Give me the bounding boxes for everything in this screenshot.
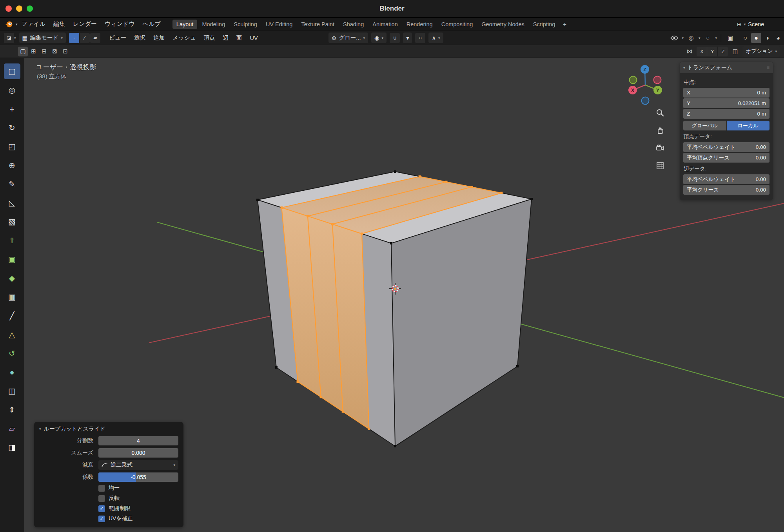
tool-scale-button[interactable]: ◰ bbox=[4, 139, 20, 154]
visibility-eye-icon[interactable] bbox=[669, 33, 679, 43]
correct-uvs-checkbox[interactable]: ✓ bbox=[98, 516, 105, 522]
panel-menu-icon[interactable]: ≡ bbox=[767, 65, 769, 71]
menu-file[interactable]: ファイル bbox=[18, 20, 49, 28]
correct-uvs-checkbox-row[interactable]: ✓ UVを補正 bbox=[98, 515, 178, 522]
xray-toggle[interactable]: ▣ bbox=[725, 33, 735, 43]
workspace-tab-compositing[interactable]: Compositing bbox=[437, 20, 477, 29]
orientation-dropdown[interactable]: ⊕ グロー... ▾ bbox=[328, 33, 368, 43]
mode-dropdown[interactable]: ▦ 編集モード ▾ bbox=[19, 33, 66, 43]
show-gizmo-toggle[interactable]: ◎ bbox=[686, 33, 696, 43]
workspace-tab-shading[interactable]: Shading bbox=[339, 20, 368, 29]
pivot-dropdown[interactable]: ◉ ▾ bbox=[371, 33, 387, 43]
select-intersect-toggle[interactable]: ⊡ bbox=[60, 47, 70, 56]
menu-help[interactable]: ヘルプ bbox=[139, 20, 165, 28]
menu-window[interactable]: ウィンドウ bbox=[101, 20, 139, 28]
menu-mesh[interactable]: メッシュ bbox=[169, 34, 200, 42]
shading-material-toggle[interactable]: ◑ bbox=[762, 33, 772, 43]
edge-select-toggle[interactable]: ∕ bbox=[80, 33, 90, 43]
tool-measure-button[interactable]: ◺ bbox=[4, 195, 20, 211]
local-space-button[interactable]: ローカル bbox=[727, 121, 770, 130]
show-overlays-toggle[interactable]: ◌ bbox=[702, 33, 713, 43]
mean-crease-field[interactable]: 平均クリース 0.00 bbox=[683, 185, 769, 195]
snap-to-dropdown[interactable]: ▾ bbox=[403, 33, 412, 43]
blender-logo-icon[interactable] bbox=[4, 19, 14, 29]
tool-shrink-fatten-button[interactable]: ⇕ bbox=[4, 402, 20, 418]
select-set-toggle[interactable]: ▢ bbox=[18, 47, 28, 56]
tool-add-cube-button[interactable]: ▧ bbox=[4, 214, 20, 230]
flipped-checkbox-row[interactable]: 反転 bbox=[98, 495, 178, 502]
menu-view[interactable]: ビュー bbox=[105, 34, 130, 42]
menu-face[interactable]: 面 bbox=[232, 34, 246, 42]
shading-solid-toggle[interactable]: ● bbox=[751, 33, 761, 43]
mirror-icon[interactable]: ◫ bbox=[730, 47, 740, 56]
workspace-tab-modeling[interactable]: Modeling bbox=[198, 20, 229, 29]
tool-extrude-region-button[interactable]: ⇧ bbox=[4, 233, 20, 248]
workspace-tab-uv-editing[interactable]: UV Editing bbox=[262, 20, 297, 29]
workspace-tab-sculpting[interactable]: Sculpting bbox=[230, 20, 261, 29]
options-dropdown[interactable]: オプション ▾ bbox=[742, 46, 780, 57]
median-y-field[interactable]: Y 0.022051 m bbox=[683, 98, 769, 108]
face-select-toggle[interactable]: ▰ bbox=[90, 33, 100, 43]
scene-selector[interactable]: ⊞ ▾ Scene bbox=[737, 21, 784, 27]
clamp-checkbox-row[interactable]: ✓ 範囲制限 bbox=[98, 505, 178, 512]
tool-rotate-button[interactable]: ↻ bbox=[4, 120, 20, 136]
factor-slider[interactable]: -0.055 bbox=[98, 472, 178, 482]
workspace-tab-animation[interactable]: Animation bbox=[368, 20, 401, 29]
tool-smooth-button[interactable]: ● bbox=[4, 364, 20, 380]
tool-bevel-button[interactable]: ◆ bbox=[4, 270, 20, 286]
median-z-field[interactable]: Z 0 m bbox=[683, 109, 769, 119]
navigation-gizmo[interactable]: Z X Y bbox=[622, 62, 669, 109]
shading-wireframe-toggle[interactable]: ○ bbox=[740, 33, 750, 43]
cuts-input[interactable]: 4 bbox=[98, 436, 178, 445]
select-extend-toggle[interactable]: ⊞ bbox=[29, 47, 38, 56]
mirror-x-toggle[interactable]: X bbox=[697, 47, 707, 56]
mirror-y-toggle[interactable]: Y bbox=[707, 47, 717, 56]
tool-poly-build-button[interactable]: △ bbox=[4, 327, 20, 342]
operator-panel-header[interactable]: ▾ ループカットとスライド bbox=[39, 425, 178, 432]
workspace-tab-texture-paint[interactable]: Texture Paint bbox=[297, 20, 338, 29]
falloff-select[interactable]: 逆二乗式 ▾ bbox=[98, 460, 178, 470]
symmetry-icon[interactable]: ⋈ bbox=[684, 47, 694, 56]
transform-panel-header[interactable]: ▾ トランスフォーム ≡ bbox=[680, 62, 773, 73]
add-workspace-button[interactable]: + bbox=[560, 19, 570, 29]
tool-knife-button[interactable]: ╱ bbox=[4, 308, 20, 324]
select-invert-toggle[interactable]: ⊠ bbox=[50, 47, 60, 56]
tool-annotate-button[interactable]: ✎ bbox=[4, 176, 20, 192]
menu-uv[interactable]: UV bbox=[246, 35, 262, 41]
pan-control[interactable] bbox=[654, 124, 666, 137]
menu-edge[interactable]: 辺 bbox=[219, 34, 233, 42]
tool-spin-button[interactable]: ↺ bbox=[4, 346, 20, 361]
snap-magnet-toggle[interactable]: ∪ bbox=[390, 33, 400, 43]
tool-cursor-button[interactable]: ◎ bbox=[4, 82, 20, 98]
falloff-dropdown[interactable]: ∧ ▾ bbox=[428, 33, 443, 43]
vertex-select-toggle[interactable]: ∙ bbox=[69, 33, 79, 43]
menu-edit[interactable]: 編集 bbox=[49, 20, 69, 28]
shading-rendered-toggle[interactable]: ◕ bbox=[773, 33, 783, 43]
mean-vertex-crease-field[interactable]: 平均頂点クリース 0.00 bbox=[683, 153, 769, 163]
mirror-z-toggle[interactable]: Z bbox=[718, 47, 728, 56]
menu-add[interactable]: 追加 bbox=[149, 34, 169, 42]
even-checkbox-row[interactable]: 均一 bbox=[98, 485, 178, 492]
tool-edge-slide-button[interactable]: ◫ bbox=[4, 383, 20, 399]
tool-rip-region-button[interactable]: ◨ bbox=[4, 440, 20, 455]
menu-vertex[interactable]: 頂点 bbox=[200, 34, 219, 42]
menu-select[interactable]: 選択 bbox=[130, 34, 149, 42]
workspace-tab-layout[interactable]: Layout bbox=[172, 20, 198, 29]
camera-view-control[interactable] bbox=[654, 142, 666, 154]
editor-type-icon[interactable]: ◪ bbox=[4, 33, 14, 43]
mean-bevel-weight-vertex-field[interactable]: 平均ベベルウェイト 0.00 bbox=[683, 142, 769, 152]
median-x-field[interactable]: X 0 m bbox=[683, 88, 769, 98]
tool-inset-faces-button[interactable]: ▣ bbox=[4, 252, 20, 267]
global-space-button[interactable]: グローバル bbox=[683, 121, 726, 130]
workspace-tab-geometry-nodes[interactable]: Geometry Nodes bbox=[477, 20, 528, 29]
tool-shear-button[interactable]: ▱ bbox=[4, 421, 20, 436]
flipped-checkbox[interactable] bbox=[98, 495, 105, 502]
select-subtract-toggle[interactable]: ⊟ bbox=[39, 47, 49, 56]
ortho-perspective-control[interactable] bbox=[654, 159, 666, 172]
even-checkbox[interactable] bbox=[98, 485, 105, 492]
tool-select-box-button[interactable]: ▢ bbox=[4, 63, 20, 79]
workspace-tab-rendering[interactable]: Rendering bbox=[403, 20, 437, 29]
menu-render[interactable]: レンダー bbox=[69, 20, 101, 28]
tool-loop-cut-button[interactable]: ▥ bbox=[4, 289, 20, 305]
clamp-checkbox[interactable]: ✓ bbox=[98, 505, 105, 512]
